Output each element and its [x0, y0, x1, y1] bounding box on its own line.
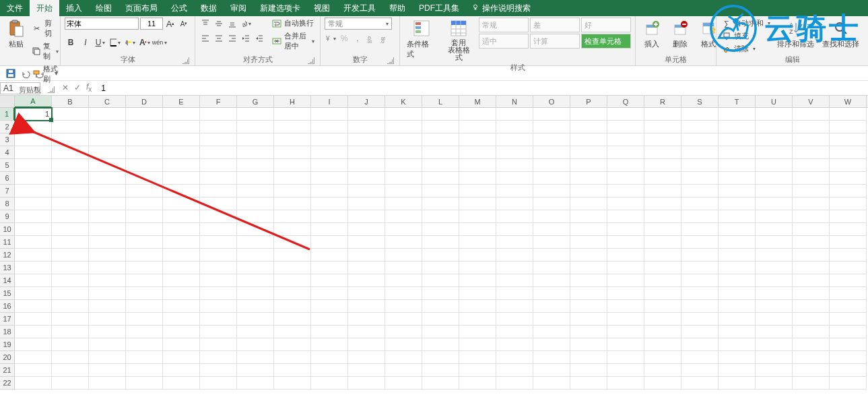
- cell-V3[interactable]: [793, 133, 830, 146]
- cell-Q7[interactable]: [607, 185, 644, 197]
- align-left-button[interactable]: [199, 32, 211, 44]
- cell-P3[interactable]: [570, 133, 607, 146]
- cell-R12[interactable]: [644, 249, 681, 262]
- cell-P14[interactable]: [570, 274, 607, 287]
- cell-A5[interactable]: [15, 159, 52, 172]
- col-header-H[interactable]: H: [274, 96, 311, 107]
- cell-Q22[interactable]: [607, 377, 644, 390]
- cell-F3[interactable]: [200, 133, 237, 146]
- tab-dev[interactable]: 开发工具: [337, 0, 382, 16]
- cell-U16[interactable]: [756, 300, 793, 313]
- cell-I4[interactable]: [311, 146, 348, 159]
- cell-D1[interactable]: [126, 108, 163, 121]
- cell-L19[interactable]: [422, 338, 459, 351]
- col-header-C[interactable]: C: [89, 96, 126, 107]
- cell-I5[interactable]: [311, 159, 348, 172]
- cell-I15[interactable]: [311, 287, 348, 300]
- cell-W5[interactable]: [830, 159, 867, 172]
- cell-R1[interactable]: [644, 108, 681, 121]
- cell-A17[interactable]: [15, 313, 52, 326]
- cell-K21[interactable]: [385, 364, 422, 377]
- cell-O15[interactable]: [533, 287, 570, 300]
- row-header-11[interactable]: 11: [0, 236, 15, 249]
- cell-J11[interactable]: [348, 236, 385, 249]
- cell-R14[interactable]: [644, 274, 681, 287]
- cell-L8[interactable]: [422, 197, 459, 210]
- sort-filter-button[interactable]: AZ排序和筛选: [774, 18, 817, 51]
- cell-O20[interactable]: [533, 351, 570, 364]
- cell-B19[interactable]: [52, 338, 89, 351]
- tab-insert[interactable]: 插入: [59, 0, 89, 16]
- cell-T12[interactable]: [719, 249, 756, 262]
- cell-F13[interactable]: [200, 262, 237, 274]
- cell-G1[interactable]: [237, 108, 274, 121]
- cell-D6[interactable]: [126, 172, 163, 185]
- cell-A10[interactable]: [15, 223, 52, 236]
- cell-K6[interactable]: [385, 172, 422, 185]
- cell-M14[interactable]: [459, 274, 496, 287]
- cell-V8[interactable]: [793, 197, 830, 210]
- cell-J3[interactable]: [348, 133, 385, 146]
- cell-V15[interactable]: [793, 287, 830, 300]
- cell-O3[interactable]: [533, 133, 570, 146]
- cell-N3[interactable]: [496, 133, 533, 146]
- cell-Q16[interactable]: [607, 300, 644, 313]
- cell-E10[interactable]: [163, 223, 200, 236]
- cell-B3[interactable]: [52, 133, 89, 146]
- cell-L16[interactable]: [422, 300, 459, 313]
- cell-V13[interactable]: [793, 262, 830, 274]
- cell-J10[interactable]: [348, 223, 385, 236]
- cell-H15[interactable]: [274, 287, 311, 300]
- delete-cells-button[interactable]: 删除: [668, 18, 692, 51]
- cell-U3[interactable]: [756, 133, 793, 146]
- cell-C13[interactable]: [89, 262, 126, 274]
- cell-K17[interactable]: [385, 313, 422, 326]
- cell-R22[interactable]: [644, 377, 681, 390]
- cell-V7[interactable]: [793, 185, 830, 197]
- cell-Q4[interactable]: [607, 146, 644, 159]
- cell-I17[interactable]: [311, 313, 348, 326]
- cell-G7[interactable]: [237, 185, 274, 197]
- orientation-button[interactable]: ab▾: [240, 18, 252, 30]
- cell-Q5[interactable]: [607, 159, 644, 172]
- cell-O1[interactable]: [533, 108, 570, 121]
- cell-S16[interactable]: [681, 300, 719, 313]
- cell-S20[interactable]: [681, 351, 719, 364]
- cell-Q10[interactable]: [607, 223, 644, 236]
- cell-M15[interactable]: [459, 287, 496, 300]
- cell-W18[interactable]: [830, 326, 867, 338]
- cell-Q15[interactable]: [607, 287, 644, 300]
- cell-N14[interactable]: [496, 274, 533, 287]
- cell-O19[interactable]: [533, 338, 570, 351]
- cell-B16[interactable]: [52, 300, 89, 313]
- cell-G13[interactable]: [237, 262, 274, 274]
- cell-O13[interactable]: [533, 262, 570, 274]
- col-header-S[interactable]: S: [681, 96, 719, 107]
- cell-R4[interactable]: [644, 146, 681, 159]
- cell-R10[interactable]: [644, 223, 681, 236]
- cell-M6[interactable]: [459, 172, 496, 185]
- cell-V12[interactable]: [793, 249, 830, 262]
- col-header-E[interactable]: E: [163, 96, 200, 107]
- cell-C9[interactable]: [89, 210, 126, 223]
- cell-V1[interactable]: [793, 108, 830, 121]
- cell-Q1[interactable]: [607, 108, 644, 121]
- cell-N16[interactable]: [496, 300, 533, 313]
- cell-C18[interactable]: [89, 326, 126, 338]
- style-normal[interactable]: 常规: [479, 18, 529, 32]
- cell-T21[interactable]: [719, 364, 756, 377]
- cell-I8[interactable]: [311, 197, 348, 210]
- cell-H11[interactable]: [274, 236, 311, 249]
- cell-C1[interactable]: [89, 108, 126, 121]
- cell-D17[interactable]: [126, 313, 163, 326]
- cell-A13[interactable]: [15, 262, 52, 274]
- cell-I13[interactable]: [311, 262, 348, 274]
- cell-J8[interactable]: [348, 197, 385, 210]
- cell-P5[interactable]: [570, 159, 607, 172]
- cell-F2[interactable]: [200, 121, 237, 133]
- row-header-4[interactable]: 4: [0, 146, 15, 159]
- row-header-8[interactable]: 8: [0, 197, 15, 210]
- cell-M10[interactable]: [459, 223, 496, 236]
- cell-O14[interactable]: [533, 274, 570, 287]
- cell-K14[interactable]: [385, 274, 422, 287]
